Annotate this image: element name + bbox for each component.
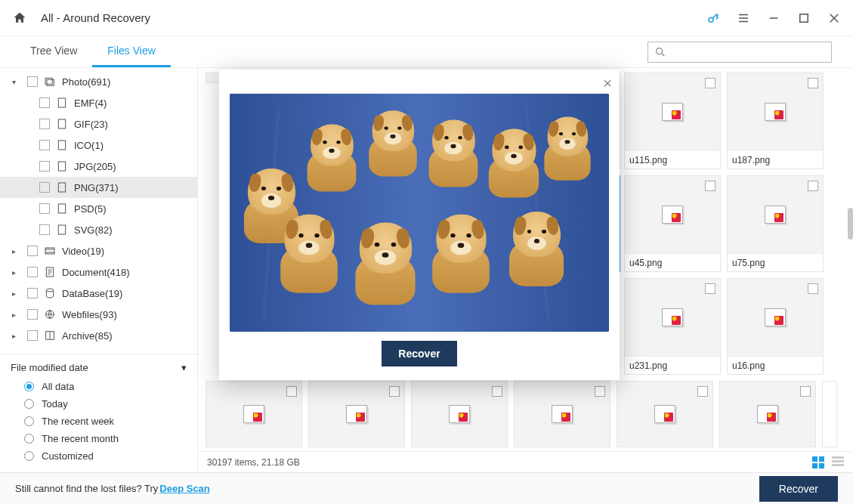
radio[interactable]	[24, 416, 34, 426]
image-placeholder-icon	[243, 405, 264, 423]
grid-view-icon[interactable]	[812, 456, 824, 468]
tree-photo[interactable]: ▾ Photo(691)	[0, 71, 197, 92]
checkbox[interactable]	[39, 97, 50, 108]
preview-recover-button[interactable]: Recover	[382, 341, 456, 366]
tree-label: JPG(205)	[74, 161, 116, 172]
radio[interactable]	[24, 434, 34, 444]
status-summary: 30197 items, 21.18 GB	[207, 457, 300, 468]
checkbox[interactable]	[389, 386, 400, 397]
tree-ico[interactable]: ICO(1)	[0, 135, 197, 156]
thumbnail-card[interactable]: u75.png	[727, 175, 824, 272]
maximize-icon[interactable]	[797, 11, 811, 25]
tree-webfiles[interactable]: ▸Webfiles(93)	[0, 304, 197, 325]
image-placeholder-icon	[449, 405, 470, 423]
checkbox[interactable]	[27, 309, 38, 320]
search-box[interactable]	[647, 42, 832, 63]
tree-video[interactable]: ▸Video(19)	[0, 240, 197, 261]
file-name: u187.png	[728, 150, 823, 169]
image-placeholder-icon	[552, 405, 573, 423]
checkbox[interactable]	[27, 246, 38, 256]
preview-image	[230, 94, 609, 332]
chevron-down-icon[interactable]: ▾	[181, 362, 187, 373]
minimize-icon[interactable]	[767, 11, 780, 25]
thumbnail-card[interactable]	[206, 381, 302, 447]
thumbnail-card[interactable]	[411, 381, 508, 447]
filter-all-data[interactable]: All data	[11, 378, 187, 395]
scrollbar[interactable]	[848, 208, 853, 240]
checkbox[interactable]	[27, 330, 38, 341]
checkbox[interactable]	[808, 181, 818, 191]
checkbox[interactable]	[27, 76, 38, 87]
thumbnail-card[interactable]	[719, 381, 816, 447]
key-icon[interactable]	[706, 11, 720, 25]
checkbox[interactable]	[39, 161, 50, 172]
filter-today[interactable]: Today	[11, 395, 187, 413]
radio[interactable]	[24, 399, 34, 409]
tree-jpg[interactable]: JPG(205)	[0, 156, 197, 177]
checkbox[interactable]	[286, 386, 297, 397]
thumbnail-card[interactable]: u16.png	[727, 278, 824, 375]
tab-files-view[interactable]: Files View	[92, 36, 171, 67]
close-icon[interactable]: ×	[603, 76, 612, 91]
radio[interactable]	[24, 451, 34, 461]
checkbox[interactable]	[27, 288, 38, 298]
checkbox[interactable]	[705, 181, 715, 191]
svg-rect-17	[58, 204, 65, 213]
checkbox[interactable]	[39, 140, 50, 150]
thumbnail-card[interactable]	[822, 381, 837, 447]
checkbox[interactable]	[808, 283, 818, 294]
checkbox[interactable]	[39, 224, 50, 235]
chevron-right-icon[interactable]: ▸	[12, 247, 21, 255]
checkbox[interactable]	[27, 267, 38, 277]
filter-month[interactable]: The recent month	[11, 430, 187, 447]
checkbox[interactable]	[705, 283, 715, 294]
filter-custom[interactable]: Customized	[11, 447, 187, 465]
thumbnail-card[interactable]	[617, 381, 713, 447]
list-view-icon[interactable]	[832, 456, 844, 468]
filter-header[interactable]: File modified date ▾	[11, 362, 187, 373]
checkbox[interactable]	[39, 119, 50, 129]
home-icon[interactable]	[12, 11, 27, 26]
tab-tree-view[interactable]: Tree View	[15, 36, 92, 67]
checkbox[interactable]	[492, 386, 502, 397]
thumbnail-card[interactable]	[514, 381, 610, 447]
chevron-down-icon[interactable]: ▾	[12, 78, 21, 86]
thumbnail-card[interactable]: u45.png	[624, 175, 721, 272]
thumbnail-card[interactable]: u231.png	[624, 278, 721, 375]
checkbox[interactable]	[808, 78, 818, 88]
chevron-right-icon[interactable]: ▸	[12, 332, 21, 340]
checkbox[interactable]	[697, 386, 708, 397]
chevron-right-icon[interactable]: ▸	[12, 268, 21, 277]
checkbox[interactable]	[39, 182, 50, 193]
filter-week[interactable]: The recent week	[11, 413, 187, 430]
tree-emf[interactable]: EMF(4)	[0, 92, 197, 113]
tree-database[interactable]: ▸DataBase(19)	[0, 283, 197, 304]
chevron-right-icon[interactable]: ▸	[12, 311, 21, 319]
tree-label: Document(418)	[62, 267, 130, 278]
thumbnail-card[interactable]	[308, 381, 405, 447]
tree-document[interactable]: ▸Document(418)	[0, 261, 197, 283]
tree-psd[interactable]: PSD(5)	[0, 198, 197, 219]
search-input[interactable]	[671, 46, 825, 57]
checkbox[interactable]	[39, 203, 50, 214]
chevron-right-icon[interactable]: ▸	[12, 289, 21, 298]
thumbnail-card[interactable]: u187.png	[727, 73, 824, 169]
radio[interactable]	[24, 382, 34, 391]
checkbox[interactable]	[595, 386, 605, 397]
tree-archive[interactable]: ▸Archive(85)	[0, 325, 197, 346]
image-placeholder-icon	[765, 308, 786, 326]
tree-svg[interactable]: SVG(82)	[0, 219, 197, 240]
tree-png[interactable]: PNG(371)	[0, 177, 197, 198]
tree-gif[interactable]: GIF(23)	[0, 113, 197, 135]
close-icon[interactable]	[827, 11, 841, 25]
svg-line-9	[662, 54, 664, 56]
deep-scan-link[interactable]: Deep Scan	[159, 483, 209, 494]
recover-button[interactable]: Recover	[759, 476, 838, 502]
thumbnail-card[interactable]: u115.png	[624, 73, 721, 169]
tree-label: PNG(371)	[74, 182, 119, 193]
search-icon	[654, 46, 666, 58]
checkbox[interactable]	[705, 78, 715, 88]
file-icon	[56, 97, 68, 109]
menu-icon[interactable]	[737, 11, 750, 25]
checkbox[interactable]	[800, 386, 811, 397]
